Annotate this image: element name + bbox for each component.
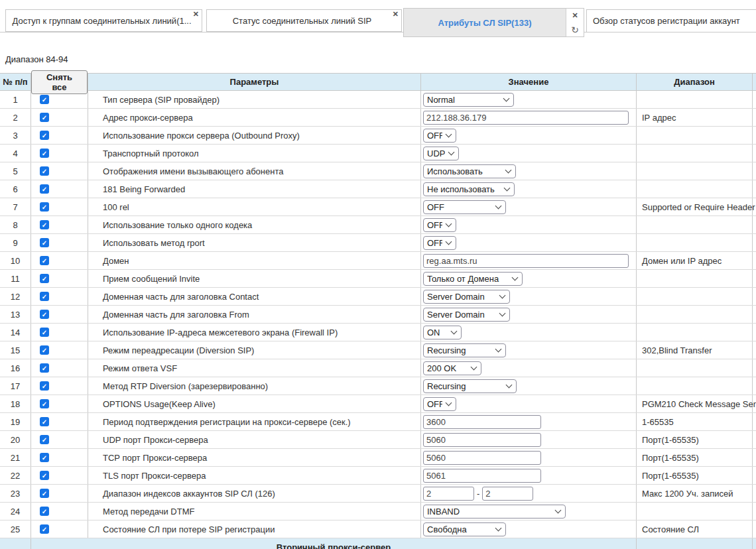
value-select[interactable]: Использовать [423,164,516,178]
row-checkbox[interactable]: ✓ [40,166,49,176]
refresh-icon[interactable]: ↻ [566,23,584,36]
col-header-value: Значение [421,74,637,90]
value-select[interactable]: Recursing [423,379,517,393]
value-input[interactable] [423,469,541,483]
table-row: 8✓Использование только одного кодекаOFF [0,216,756,234]
checkbox-cell: ✓ [31,252,88,269]
select-value: UDP [427,149,445,158]
tab-label: Обзор статусов регистрации аккаунт [587,16,749,26]
row-checkbox[interactable]: ✓ [40,524,49,534]
range-cell [637,359,753,377]
value-cell: Не использовать [421,180,637,198]
row-checkbox[interactable]: ✓ [40,381,49,391]
select-value: OFF [427,238,442,248]
row-number: 21 [0,449,31,466]
value-select[interactable]: UDP [423,147,459,160]
row-checkbox[interactable]: ✓ [40,149,49,158]
row-checkbox[interactable]: ✓ [40,453,49,462]
checkbox-cell: ✓ [31,109,88,126]
row-checkbox[interactable]: ✓ [40,95,49,104]
value-select[interactable]: Свободна [423,522,506,536]
row-checkbox[interactable]: ✓ [40,345,49,355]
select-value: ON [427,328,448,337]
close-icon[interactable]: ✕ [193,11,199,18]
param-label: Доменная часть для заголовка Contact [88,288,421,305]
row-checkbox[interactable]: ✓ [40,507,49,516]
checkbox-cell: ✓ [31,270,88,287]
checkbox-cell: ✓ [31,198,88,215]
row-checkbox[interactable]: ✓ [40,256,49,265]
range-separator: - [477,489,479,499]
row-checkbox[interactable]: ✓ [40,435,49,444]
value-select[interactable]: INBAND [423,505,566,518]
row-checkbox[interactable]: ✓ [40,113,49,122]
row-checkbox[interactable]: ✓ [40,328,49,337]
value-cell: UDP [421,145,637,162]
tab-account-registration-overview[interactable]: Обзор статусов регистрации аккаунт [586,9,756,32]
value-select[interactable]: OFF [423,218,456,232]
value-cell [421,431,637,448]
value-input[interactable] [482,487,533,501]
select-value: Recursing [427,381,503,391]
tab-sip-trunk-status[interactable]: Статус соединительных линий SIP ✕ [206,9,402,32]
row-checkbox[interactable]: ✓ [40,471,49,480]
value-select[interactable]: ON [423,326,462,339]
tab-icon-strip: ✕ ↻ [566,9,584,36]
close-icon[interactable]: ✕ [566,9,584,23]
row-checkbox[interactable]: ✓ [40,489,49,498]
value-select[interactable]: Server Domain [423,308,510,322]
row-checkbox[interactable]: ✓ [40,274,49,283]
row-checkbox[interactable]: ✓ [40,363,49,373]
value-input[interactable] [423,254,629,268]
row-checkbox[interactable]: ✓ [40,310,49,319]
row-checkbox[interactable]: ✓ [40,399,49,408]
row-checkbox[interactable]: ✓ [40,417,49,426]
range-cell: Порт(1-65535) [637,467,753,484]
range-cell [637,216,753,233]
tab-trunk-group-access[interactable]: Доступ к группам соединительных линий(1.… [5,9,202,32]
row-number: 18 [0,395,31,412]
row-checkbox[interactable]: ✓ [40,131,49,140]
value-select[interactable]: Server Domain [423,290,510,304]
value-select[interactable]: OFF [423,200,506,214]
row-checkbox[interactable]: ✓ [40,292,49,301]
chevron-down-icon [555,507,562,514]
value-cell: Свободна [421,520,637,538]
value-input[interactable] [423,415,541,429]
value-input[interactable] [423,451,541,465]
table-row: 20✓UDP порт Прокси-сервераПорт(1-65535) [0,431,756,449]
value-select[interactable]: Только от Домена [423,272,523,286]
section-footer: Вторичный прокси-сервер [31,538,637,549]
chevron-down-icon [446,221,452,227]
value-select[interactable]: 200 OK [423,361,481,375]
tab-sip-trunk-attributes-active[interactable]: Атрибуты СЛ SIP(133) ✕ ↻ [403,8,584,37]
close-icon[interactable]: ✕ [393,11,399,18]
row-number: 14 [0,324,31,341]
row-number: 9 [0,234,31,251]
value-select[interactable]: Не использовать [423,182,515,196]
col-header-range: Диапазон [637,74,753,90]
value-input[interactable] [423,111,629,125]
value-input[interactable] [423,487,474,501]
value-select[interactable]: OFF [423,397,456,411]
chevron-down-icon [495,203,502,210]
row-number: 22 [0,467,31,484]
value-cell: Server Domain [421,288,637,305]
value-cell: OFF [421,198,637,215]
value-input[interactable] [423,433,541,447]
select-value: OFF [427,399,442,409]
row-checkbox[interactable]: ✓ [40,220,49,229]
col-header-extra [753,74,756,90]
value-select[interactable]: OFF [423,236,456,250]
value-select[interactable]: OFF [423,129,456,143]
row-checkbox[interactable]: ✓ [40,238,49,247]
param-label: Транспортный протокол [88,145,421,162]
col-header-num: № п/п [0,74,31,90]
value-cell [421,467,637,484]
chevron-down-icon [451,328,458,335]
value-select[interactable]: Recursing [423,343,506,357]
row-checkbox[interactable]: ✓ [40,184,49,194]
select-value: 200 OK [427,363,468,373]
row-checkbox[interactable]: ✓ [40,202,49,212]
value-select[interactable]: Normal [423,93,514,107]
